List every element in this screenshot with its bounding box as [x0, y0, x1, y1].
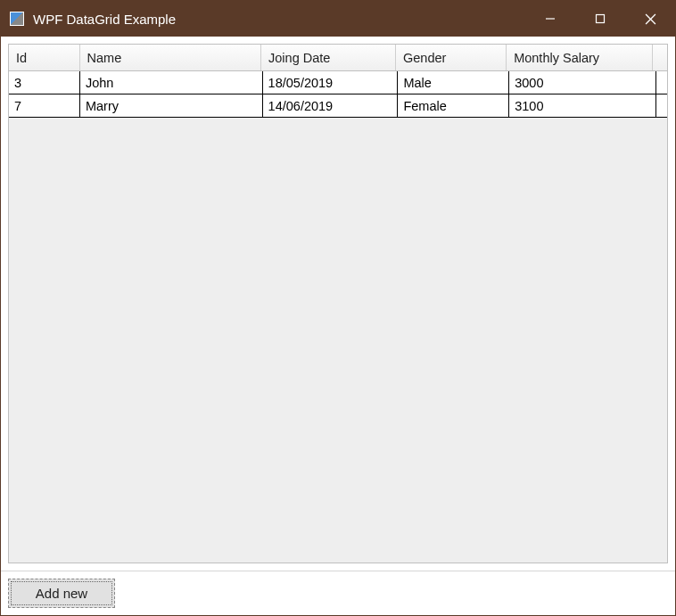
minimize-icon: [545, 13, 556, 24]
table-row[interactable]: 7 Marry 14/06/2019 Female 3100: [9, 94, 667, 118]
column-header-id[interactable]: Id: [9, 45, 80, 70]
datagrid-header: Id Name Joing Date Gender Monthly Salary: [9, 45, 667, 71]
cell-id[interactable]: 3: [9, 71, 80, 94]
cell-spacer: [656, 71, 667, 94]
content-area: Id Name Joing Date Gender Monthly Salary…: [1, 37, 675, 615]
column-header-gender[interactable]: Gender: [396, 45, 507, 70]
maximize-icon: [595, 13, 606, 24]
cell-id[interactable]: 7: [9, 94, 80, 117]
app-icon: [10, 12, 24, 26]
datagrid[interactable]: Id Name Joing Date Gender Monthly Salary…: [8, 44, 668, 563]
grid-container: Id Name Joing Date Gender Monthly Salary…: [1, 37, 675, 571]
cell-name[interactable]: John: [80, 71, 263, 94]
app-window: WPF DataGrid Example Id Name Joing Date …: [0, 0, 676, 616]
maximize-button[interactable]: [575, 1, 625, 37]
datagrid-body: 3 John 18/05/2019 Male 3000 7 Marry 14/0…: [9, 71, 667, 563]
column-header-salary[interactable]: Monthly Salary: [507, 45, 653, 70]
cell-date[interactable]: 18/05/2019: [263, 71, 399, 94]
cell-date[interactable]: 14/06/2019: [263, 94, 399, 117]
cell-salary[interactable]: 3100: [509, 94, 656, 117]
column-header-spacer: [653, 45, 667, 70]
window-controls: [525, 1, 675, 37]
close-button[interactable]: [625, 1, 675, 37]
cell-name[interactable]: Marry: [80, 94, 263, 117]
cell-spacer: [656, 94, 667, 117]
cell-gender[interactable]: Male: [398, 71, 509, 94]
add-new-button[interactable]: Add new: [8, 579, 115, 608]
cell-gender[interactable]: Female: [398, 94, 509, 117]
window-title: WPF DataGrid Example: [33, 12, 525, 27]
titlebar[interactable]: WPF DataGrid Example: [1, 1, 675, 37]
column-header-date[interactable]: Joing Date: [261, 45, 396, 70]
column-header-name[interactable]: Name: [80, 45, 262, 70]
button-bar: Add new: [1, 571, 675, 615]
table-row[interactable]: 3 John 18/05/2019 Male 3000: [9, 71, 667, 94]
close-icon: [645, 13, 656, 25]
cell-salary[interactable]: 3000: [509, 71, 656, 94]
minimize-button[interactable]: [525, 1, 575, 37]
svg-rect-1: [597, 15, 605, 23]
